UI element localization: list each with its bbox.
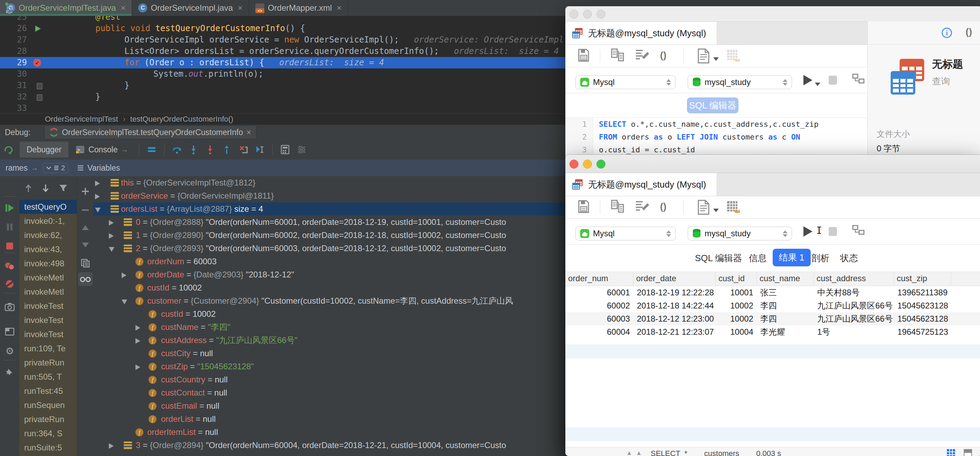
expand-icon[interactable] [109,443,114,449]
step-out-icon[interactable] [221,144,232,156]
run-to-cursor-icon[interactable] [254,144,266,156]
minimize-button[interactable] [583,160,592,168]
minimize-button[interactable] [583,10,592,19]
tab-orderserviceimpl-java[interactable]: C OrderServiceImpl.java × [132,0,249,16]
hide-frames-filter-icon[interactable] [59,184,68,193]
close-button[interactable] [570,160,579,168]
expand-icon[interactable] [95,181,100,186]
pause-icon[interactable] [4,221,15,232]
tab-ordermapper-xml[interactable]: OrderMapper.xml × [249,0,348,16]
table-row[interactable]: 600012018-12-19 12:22:2810001张三中关村88号139… [565,286,980,299]
export-table-icon[interactable] [725,200,741,216]
duplicate-icon[interactable] [80,258,91,269]
window-titlebar[interactable] [565,155,980,173]
zoom-button[interactable] [597,10,605,19]
expand-icon[interactable] [135,338,140,344]
step-over-icon[interactable] [171,144,183,156]
format-sql-icon[interactable] [635,48,650,63]
database-select[interactable]: mysql_study [688,75,792,89]
previous-frame-icon[interactable] [24,184,32,193]
show-execution-point-icon[interactable] [146,144,158,156]
connection-select[interactable]: Mysql [575,227,676,240]
breadcrumb-method[interactable]: testQueryOrderCustomerInfo() [130,115,233,124]
sort-asc-icon[interactable]: ▲ [626,450,632,456]
result-tab-信息[interactable]: 信息 [749,252,767,264]
rerun-debug-icon[interactable] [4,5,15,16]
view-breakpoints-icon[interactable] [4,261,15,272]
run-test-icon[interactable] [35,25,41,32]
zoom-button[interactable] [597,160,605,168]
frame-item[interactable]: testQueryO [19,200,77,214]
expand-icon[interactable] [109,220,114,226]
result-tab-状态[interactable]: 状态 [840,252,858,264]
braces-icon[interactable]: () [660,50,667,61]
connection-select[interactable]: Mysql [575,75,676,89]
expand-icon[interactable] [95,194,100,199]
layout-settings-icon[interactable] [296,144,307,156]
settings-gear-icon[interactable]: ⚙ [4,345,15,356]
collapse-icon[interactable] [95,208,100,213]
force-step-into-icon[interactable] [204,144,216,156]
sort-asc-icon[interactable]: ▲ [636,450,642,456]
expand-icon[interactable] [135,325,140,330]
move-down-icon[interactable] [80,240,91,251]
close-icon[interactable]: × [238,3,243,13]
frame-item[interactable]: invokeMetl [19,284,77,299]
breakpoint-icon[interactable]: ✔ [33,59,41,67]
save-icon[interactable] [578,48,590,62]
grid-view-icon[interactable] [947,449,956,456]
column-header-order_date[interactable]: order_date [633,272,716,286]
braces-icon[interactable]: () [660,201,667,212]
frame-item[interactable]: run:84, Su [19,454,77,456]
frame-item[interactable]: privateRun [19,356,77,370]
panel-view-icon[interactable] [963,449,972,456]
tab-console[interactable]: >_ Console → [68,141,135,157]
close-icon[interactable]: × [121,3,126,13]
info-icon[interactable]: i [942,28,952,38]
frame-item[interactable]: runTest:45 [19,384,77,398]
collapse-icon[interactable] [109,247,115,252]
close-icon[interactable]: × [247,128,251,137]
frame-item[interactable]: run:505, T [19,370,77,384]
tab-orderserviceimpltest-java[interactable]: C OrderServiceImplTest.java × [0,0,132,16]
debug-config-tab[interactable]: OrderServiceImplTest.testQueryOrderCusto… [44,126,256,139]
stop-query-button[interactable] [829,76,837,85]
column-header-cust_address[interactable]: cust_address [814,272,894,286]
remove-watch-icon[interactable] [80,205,91,216]
chevron-down-icon[interactable] [713,57,719,61]
frame-item[interactable]: invoke:62, [19,228,77,242]
window-titlebar[interactable] [565,6,980,22]
copy-structure-icon[interactable] [611,48,625,63]
layout-icon[interactable] [851,73,865,87]
layout-icon[interactable] [851,224,865,238]
frame-item[interactable]: invokeTest [19,299,77,313]
mute-breakpoints-icon[interactable] [4,278,15,289]
close-button[interactable] [570,10,579,19]
step-into-icon[interactable] [188,144,199,156]
result-tab-结果1[interactable]: 结果 1 [773,249,811,266]
copy-structure-icon[interactable] [611,200,625,214]
stop-query-button[interactable] [829,227,837,236]
frame-item[interactable]: run:364, S [19,426,77,440]
expand-icon[interactable] [109,233,114,239]
frame-item[interactable]: runSequen [19,398,77,412]
collapse-icon[interactable] [122,300,127,304]
export-table-icon[interactable] [725,48,741,64]
show-watches-icon[interactable] [80,273,91,284]
chevron-down-icon[interactable] [713,209,719,212]
frame-item[interactable]: invokeTest [19,313,77,327]
threads-dropdown[interactable]: 2 [43,163,68,173]
drop-frame-icon[interactable] [237,144,249,156]
column-header-cust_zip[interactable]: cust_zip [894,272,951,286]
tab-debugger[interactable]: Debugger [20,141,68,157]
stop-icon[interactable] [4,240,15,251]
document-icon[interactable] [697,200,710,215]
format-sql-icon[interactable] [635,200,650,214]
frame-item[interactable]: invokeMetl [19,270,77,284]
document-icon[interactable] [697,48,710,64]
table-row[interactable]: 600042018-12-21 12:23:0710004李光耀1号196457… [565,326,980,338]
frame-item[interactable]: invoke:43, [19,242,77,256]
frame-item[interactable]: invoke0:-1, [19,214,77,228]
add-watch-icon[interactable] [80,186,91,197]
close-icon[interactable]: × [337,3,341,13]
